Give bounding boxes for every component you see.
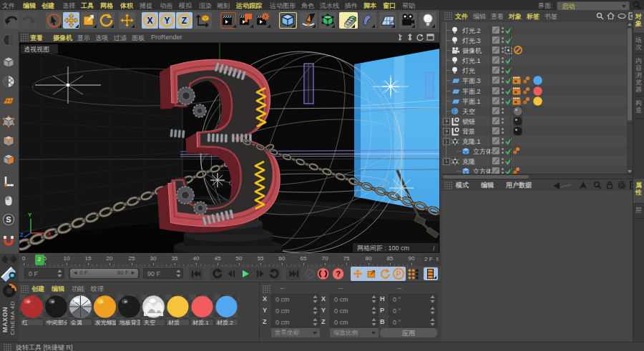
svg-text:S: S: [6, 215, 11, 224]
svg-text:X: X: [47, 231, 52, 237]
svg-text:3: 3: [159, 43, 286, 253]
svg-text:Y: Y: [164, 16, 170, 26]
svg-text:网格间距 : 100 cm: 网格间距 : 100 cm: [357, 244, 409, 252]
svg-text:X: X: [147, 16, 152, 26]
svg-text:Z: Z: [182, 16, 187, 26]
svg-text:P: P: [396, 270, 401, 278]
svg-text:Y: Y: [28, 212, 32, 218]
svg-text:Z: Z: [20, 232, 24, 238]
svg-text:透视视图: 透视视图: [24, 46, 49, 53]
svg-text:?: ?: [336, 270, 341, 278]
